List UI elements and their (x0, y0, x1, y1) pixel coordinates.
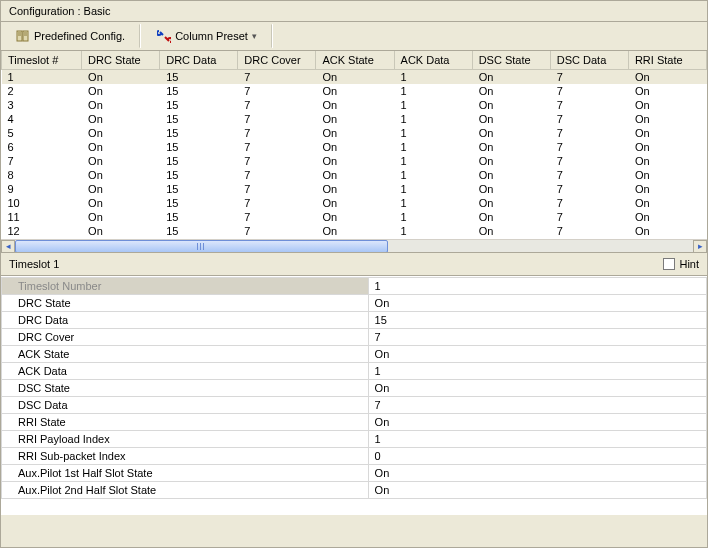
cell[interactable]: On (472, 84, 550, 98)
cell[interactable]: 7 (2, 154, 82, 168)
cell[interactable]: On (82, 196, 160, 210)
property-row[interactable]: DSC StateOn (2, 380, 707, 397)
cell[interactable]: On (82, 168, 160, 182)
cell[interactable]: 10 (2, 196, 82, 210)
property-row[interactable]: ACK StateOn (2, 346, 707, 363)
cell[interactable]: On (316, 168, 394, 182)
cell[interactable]: On (82, 182, 160, 196)
cell[interactable]: On (472, 196, 550, 210)
table-row[interactable]: 4On157On1On7On (2, 112, 707, 126)
cell[interactable]: On (628, 84, 706, 98)
cell[interactable]: 7 (238, 84, 316, 98)
cell[interactable]: On (82, 98, 160, 112)
cell[interactable]: On (316, 154, 394, 168)
table-row[interactable]: 6On157On1On7On (2, 140, 707, 154)
property-value[interactable]: On (368, 295, 706, 312)
cell[interactable]: On (628, 126, 706, 140)
property-row[interactable]: Timeslot Number1 (2, 278, 707, 295)
cell[interactable]: 1 (394, 98, 472, 112)
table-row[interactable]: 10On157On1On7On (2, 196, 707, 210)
cell[interactable]: On (472, 70, 550, 85)
column-header[interactable]: DRC Data (160, 51, 238, 70)
cell[interactable]: 15 (160, 98, 238, 112)
cell[interactable]: 1 (2, 70, 82, 85)
property-value[interactable]: On (368, 346, 706, 363)
property-row[interactable]: ACK Data1 (2, 363, 707, 380)
cell[interactable]: On (628, 182, 706, 196)
cell[interactable]: 1 (394, 196, 472, 210)
cell[interactable]: On (316, 84, 394, 98)
cell[interactable]: 7 (238, 140, 316, 154)
cell[interactable]: 7 (550, 210, 628, 224)
cell[interactable]: 15 (160, 196, 238, 210)
cell[interactable]: 7 (238, 98, 316, 112)
cell[interactable]: On (472, 210, 550, 224)
table-row[interactable]: 1On157On1On7On (2, 70, 707, 85)
table-row[interactable]: 5On157On1On7On (2, 126, 707, 140)
scroll-track[interactable] (15, 240, 693, 253)
cell[interactable]: 1 (394, 126, 472, 140)
cell[interactable]: 1 (394, 70, 472, 85)
property-row[interactable]: DRC Cover7 (2, 329, 707, 346)
cell[interactable]: 15 (160, 154, 238, 168)
table-row[interactable]: 2On157On1On7On (2, 84, 707, 98)
cell[interactable]: 7 (238, 168, 316, 182)
cell[interactable]: On (628, 140, 706, 154)
property-value[interactable]: 1 (368, 363, 706, 380)
cell[interactable]: On (316, 196, 394, 210)
cell[interactable]: 7 (238, 210, 316, 224)
cell[interactable]: On (472, 182, 550, 196)
cell[interactable]: On (472, 224, 550, 238)
cell[interactable]: 1 (394, 210, 472, 224)
cell[interactable]: 7 (238, 112, 316, 126)
cell[interactable]: On (628, 196, 706, 210)
cell[interactable]: 7 (238, 224, 316, 238)
cell[interactable]: 9 (2, 182, 82, 196)
cell[interactable]: On (316, 70, 394, 85)
cell[interactable]: 6 (2, 140, 82, 154)
property-value[interactable]: On (368, 414, 706, 431)
cell[interactable]: 7 (238, 182, 316, 196)
cell[interactable]: 1 (394, 168, 472, 182)
cell[interactable]: On (82, 84, 160, 98)
cell[interactable]: 7 (550, 196, 628, 210)
cell[interactable]: 7 (550, 168, 628, 182)
cell[interactable]: 15 (160, 140, 238, 154)
scroll-thumb[interactable] (15, 240, 388, 253)
cell[interactable]: 2 (2, 84, 82, 98)
cell[interactable]: On (628, 112, 706, 126)
table-row[interactable]: 12On157On1On7On (2, 224, 707, 238)
cell[interactable]: On (628, 224, 706, 238)
table-row[interactable]: 9On157On1On7On (2, 182, 707, 196)
table-row[interactable]: 8On157On1On7On (2, 168, 707, 182)
property-value[interactable]: 1 (368, 278, 706, 295)
cell[interactable]: On (472, 140, 550, 154)
cell[interactable]: 15 (160, 70, 238, 85)
column-header[interactable]: RRI State (628, 51, 706, 70)
property-row[interactable]: Aux.Pilot 1st Half Slot StateOn (2, 465, 707, 482)
property-value[interactable]: 15 (368, 312, 706, 329)
cell[interactable]: On (472, 98, 550, 112)
property-row[interactable]: RRI Sub-packet Index0 (2, 448, 707, 465)
cell[interactable]: 7 (550, 140, 628, 154)
cell[interactable]: 7 (238, 70, 316, 85)
cell[interactable]: On (316, 112, 394, 126)
column-header[interactable]: DSC State (472, 51, 550, 70)
cell[interactable]: 7 (550, 98, 628, 112)
property-row[interactable]: Aux.Pilot 2nd Half Slot StateOn (2, 482, 707, 499)
cell[interactable]: 1 (394, 112, 472, 126)
property-value[interactable]: 7 (368, 329, 706, 346)
table-row[interactable]: 7On157On1On7On (2, 154, 707, 168)
cell[interactable]: 1 (394, 182, 472, 196)
cell[interactable]: 1 (394, 154, 472, 168)
cell[interactable]: On (472, 168, 550, 182)
cell[interactable]: On (82, 154, 160, 168)
cell[interactable]: 7 (238, 154, 316, 168)
column-header[interactable]: ACK Data (394, 51, 472, 70)
cell[interactable]: 15 (160, 210, 238, 224)
cell[interactable]: 5 (2, 126, 82, 140)
column-header[interactable]: DSC Data (550, 51, 628, 70)
cell[interactable]: 15 (160, 112, 238, 126)
cell[interactable]: On (316, 224, 394, 238)
cell[interactable]: 1 (394, 140, 472, 154)
